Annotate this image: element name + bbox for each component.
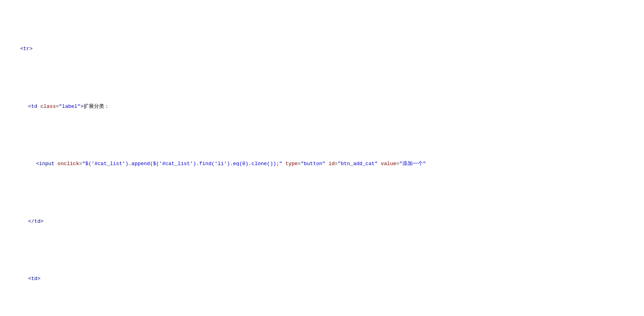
tag-name: tr (23, 46, 30, 52)
tag-open: < (20, 46, 23, 52)
code-line: </td> (8, 209, 636, 234)
code-line: <td class="label">扩展分类： (8, 94, 636, 119)
code-line: <input onclick="$('#cat_list').append($(… (8, 152, 636, 176)
code-line: <tr> (8, 37, 636, 61)
tag-close: > (30, 46, 33, 52)
code-line: <td> (8, 267, 636, 292)
code-editor: <tr> <td class="label">扩展分类： <input oncl… (0, 0, 644, 316)
